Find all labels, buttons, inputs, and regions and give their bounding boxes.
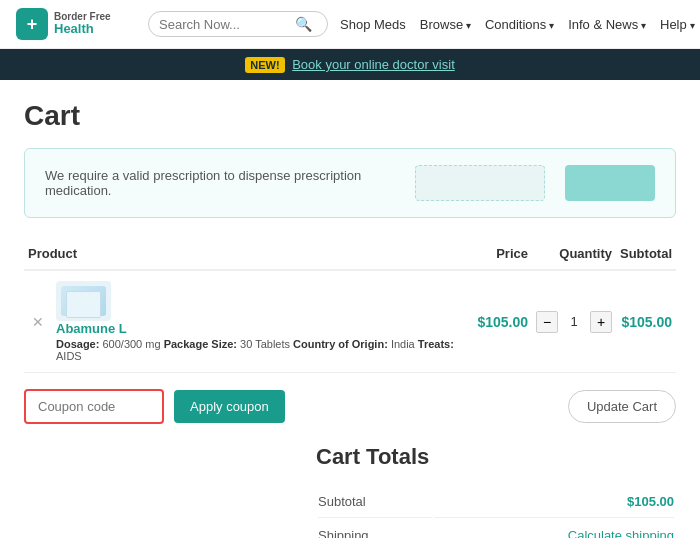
col-subtotal: Subtotal: [616, 238, 676, 270]
product-description: Dosage: 600/300 mg Package Size: 30 Tabl…: [56, 338, 469, 362]
search-input[interactable]: [159, 17, 289, 32]
shipping-label: Shipping: [318, 520, 432, 538]
cart-totals-table: Subtotal $105.00 Shipping Calculate ship…: [316, 484, 676, 538]
table-row: ✕ Abamune L Dosage: 600/300 mg Package S…: [24, 270, 676, 373]
rx-upload-button[interactable]: [565, 165, 655, 201]
page-title: Cart: [24, 100, 676, 132]
search-icon: 🔍: [295, 16, 312, 32]
promo-badge: NEW!: [245, 57, 284, 73]
cart-table: Product Price Quantity Subtotal ✕ Abamun…: [24, 238, 676, 373]
nav-help[interactable]: Help: [660, 17, 695, 32]
promo-bar: NEW! Book your online doctor visit: [0, 49, 700, 80]
nav-browse[interactable]: Browse: [420, 17, 471, 32]
logo-text: Border Free Health: [54, 11, 111, 36]
remove-item-button[interactable]: ✕: [28, 314, 48, 330]
rx-upload-box[interactable]: [415, 165, 545, 201]
shipping-calculate-link[interactable]: Calculate shipping: [568, 528, 674, 538]
product-price: $105.00: [473, 270, 532, 373]
header: + Border Free Health 🔍 Shop Meds Browse …: [0, 0, 700, 49]
main-nav: Shop Meds Browse Conditions Info & News …: [340, 17, 700, 32]
cart-totals-section: Cart Totals Subtotal $105.00 Shipping Ca…: [316, 444, 676, 538]
nav-conditions[interactable]: Conditions: [485, 17, 554, 32]
subtotal-value: $105.00: [434, 486, 674, 518]
product-info: Abamune L Dosage: 600/300 mg Package Siz…: [56, 321, 469, 362]
rx-notice: We require a valid prescription to dispe…: [24, 148, 676, 218]
promo-link[interactable]: Book your online doctor visit: [292, 57, 455, 72]
apply-coupon-button[interactable]: Apply coupon: [174, 390, 285, 423]
col-price: Price: [473, 238, 532, 270]
logo[interactable]: + Border Free Health: [16, 8, 136, 40]
coupon-row: Apply coupon Update Cart: [24, 389, 676, 424]
logo-icon: +: [16, 8, 48, 40]
nav-info-news[interactable]: Info & News: [568, 17, 646, 32]
product-subtotal: $105.00: [616, 270, 676, 373]
totals-shipping-row: Shipping Calculate shipping: [318, 520, 674, 538]
coupon-input[interactable]: [24, 389, 164, 424]
subtotal-label: Subtotal: [318, 486, 432, 518]
quantity-control: − 1 +: [536, 311, 612, 333]
main-content: Cart We require a valid prescription to …: [0, 80, 700, 538]
product-name: Abamune L: [56, 321, 469, 336]
col-product: Product: [24, 238, 473, 270]
product-image: [56, 281, 111, 321]
logo-health: Health: [54, 22, 111, 36]
nav-shop-meds[interactable]: Shop Meds: [340, 17, 406, 32]
search-bar[interactable]: 🔍: [148, 11, 328, 37]
cart-totals-title: Cart Totals: [316, 444, 676, 470]
col-quantity: Quantity: [532, 238, 616, 270]
quantity-increase-button[interactable]: +: [590, 311, 612, 333]
quantity-decrease-button[interactable]: −: [536, 311, 558, 333]
update-cart-button[interactable]: Update Cart: [568, 390, 676, 423]
quantity-value: 1: [564, 314, 584, 329]
totals-subtotal-row: Subtotal $105.00: [318, 486, 674, 518]
rx-notice-text: We require a valid prescription to dispe…: [45, 168, 395, 198]
